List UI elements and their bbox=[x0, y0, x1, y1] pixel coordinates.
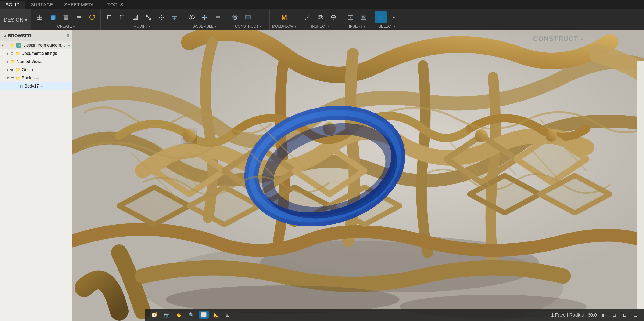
bodies-eye-icon: 👁 bbox=[10, 76, 14, 80]
inspect-measure-btn[interactable] bbox=[301, 11, 313, 23]
origin-folder-icon: 📁 bbox=[16, 67, 20, 72]
browser-collapse-btn[interactable]: ◂ bbox=[3, 33, 6, 39]
construct-axis-btn[interactable] bbox=[255, 11, 267, 23]
browser-title: BROWSER bbox=[8, 33, 31, 38]
insert-svg-btn[interactable] bbox=[344, 11, 356, 23]
construct-offset-plane-btn[interactable] bbox=[229, 11, 241, 23]
statusbar-display-mode-btn[interactable]: ⬜ bbox=[199, 311, 209, 319]
right-ruler bbox=[637, 61, 644, 309]
tab-solid[interactable]: SOLID bbox=[0, 1, 25, 9]
assemble-label: ASSEMBLE bbox=[194, 24, 214, 29]
root-folder-icon: 📁 bbox=[10, 43, 15, 48]
construct-label: CONSTRUCT bbox=[235, 24, 258, 29]
insert-label: INSERT bbox=[349, 24, 362, 29]
moldflow-label: MOLDFLOW bbox=[272, 24, 294, 29]
svg-rect-23 bbox=[216, 16, 218, 19]
statusbar-grid-btn[interactable]: 📐 bbox=[212, 311, 221, 319]
create-box-btn[interactable] bbox=[47, 11, 59, 23]
named-views-expand-icon bbox=[7, 59, 9, 64]
assemble-arrow: ▾ bbox=[214, 25, 216, 28]
statusbar-render-btn[interactable]: ⊞ bbox=[621, 311, 629, 319]
svg-point-22 bbox=[204, 16, 206, 18]
svg-point-13 bbox=[161, 17, 162, 18]
assemble-origin-btn[interactable] bbox=[198, 11, 211, 23]
doc-settings-expand-icon bbox=[7, 51, 9, 56]
statusbar-settings-btn[interactable]: ⊡ bbox=[632, 311, 639, 319]
statusbar-visual-style-btn[interactable]: ⊞ bbox=[224, 311, 232, 319]
modify-move-btn[interactable] bbox=[156, 11, 168, 23]
tab-sheet-metal[interactable]: SHEET METAL bbox=[59, 1, 102, 9]
tree-item-named-views[interactable]: 📁 Named Views bbox=[0, 58, 72, 66]
create-extrude-btn[interactable] bbox=[73, 11, 85, 23]
svg-line-12 bbox=[146, 15, 151, 20]
tree-item-root[interactable]: 👁 📁 D Design from outcome with th... ● bbox=[0, 41, 72, 49]
statusbar-left: 🧭 📷 🖐 🔍 ⬜ 📐 ⊞ bbox=[150, 311, 232, 319]
construct-midplane-btn[interactable] bbox=[242, 11, 254, 23]
viewport[interactable]: CONSTRUCT - 🧭 📷 🖐 🔍 ⬜ 📐 ⊞ 1 Face | Radiu… bbox=[72, 30, 644, 321]
insert-canvas-btn[interactable] bbox=[358, 11, 370, 23]
toolbar-group-insert: INSERT ▾ bbox=[342, 9, 372, 30]
select-window-btn[interactable] bbox=[374, 11, 387, 23]
tab-surface[interactable]: SURFACE bbox=[25, 1, 58, 9]
create-cylinder-btn[interactable] bbox=[60, 11, 72, 23]
svg-rect-11 bbox=[134, 16, 137, 19]
root-type-icon: D bbox=[16, 43, 21, 48]
named-views-folder-icon: 📁 bbox=[10, 59, 15, 64]
create-new-component-btn[interactable] bbox=[34, 11, 46, 23]
design-button[interactable]: DESIGN ▾ bbox=[0, 9, 31, 30]
root-active-indicator: ● bbox=[68, 43, 70, 48]
statusbar-pan-btn[interactable]: 🖐 bbox=[174, 311, 184, 319]
tab-tools[interactable]: TOOLS bbox=[102, 1, 129, 9]
svg-rect-24 bbox=[218, 16, 220, 19]
design-arrow: ▾ bbox=[25, 17, 27, 23]
statusbar-camera-btn[interactable]: 📷 bbox=[162, 311, 172, 319]
toolbar-group-create: CREATE ▾ bbox=[31, 9, 101, 30]
select-label: SELECT bbox=[378, 24, 393, 29]
modify-fillet-btn[interactable] bbox=[116, 11, 128, 23]
inspect-interference-btn[interactable] bbox=[314, 11, 326, 23]
moldflow-btn[interactable]: M bbox=[277, 11, 291, 23]
bodies-ellipsis: ··· bbox=[36, 76, 39, 80]
origin-expand-icon bbox=[7, 68, 9, 72]
main-toolbar: DESIGN ▾ bbox=[0, 9, 644, 30]
svg-rect-10 bbox=[133, 15, 138, 20]
tree-item-origin[interactable]: 👁 📁 Origin bbox=[0, 66, 72, 74]
svg-rect-0 bbox=[37, 15, 42, 20]
statusbar-zoom-btn[interactable]: 🔍 bbox=[187, 311, 196, 319]
inspect-display-btn[interactable] bbox=[327, 11, 340, 23]
modify-press-pull-btn[interactable] bbox=[103, 11, 115, 23]
assemble-rigid-btn[interactable] bbox=[212, 11, 224, 23]
svg-point-6 bbox=[64, 18, 68, 20]
create-label: CREATE bbox=[57, 24, 72, 29]
construct-viewport-label: CONSTRUCT - bbox=[533, 35, 583, 43]
doc-settings-folder-icon: 📁 bbox=[15, 51, 20, 56]
tree-item-document-settings[interactable]: ⚙ 📁 Document Settings bbox=[0, 49, 72, 58]
create-arrow: ▾ bbox=[73, 25, 75, 28]
modify-shell-btn[interactable] bbox=[129, 11, 141, 23]
named-views-label: Named Views bbox=[16, 59, 42, 64]
statusbar-navigate-btn[interactable]: 🧭 bbox=[150, 311, 159, 319]
create-revolve-btn[interactable] bbox=[86, 11, 98, 23]
select-dropdown-btn[interactable] bbox=[388, 11, 400, 23]
toolbar-group-inspect: INSPECT ▾ bbox=[299, 9, 342, 30]
construct-arrow: ▾ bbox=[260, 25, 261, 28]
statusbar-grid2-btn[interactable]: ⊟ bbox=[610, 311, 618, 319]
tree-item-bodies[interactable]: 👁 📁 Bodies ··· bbox=[0, 74, 72, 82]
tab-bar: SOLID SURFACE SHEET METAL TOOLS bbox=[0, 0, 644, 9]
doc-settings-gear-icon: ⚙ bbox=[10, 51, 14, 56]
browser-sidebar: ◂ BROWSER ⚙ 👁 📁 D Design from outcome wi… bbox=[0, 30, 72, 321]
root-eye-icon: 👁 bbox=[5, 43, 9, 48]
modify-align-btn[interactable] bbox=[168, 11, 181, 23]
toolbar-group-moldflow: M MOLDFLOW ▾ bbox=[270, 9, 299, 30]
body17-ellipsis: ··· bbox=[40, 84, 43, 88]
status-text: 1 Face | Radius : 60.0 bbox=[551, 312, 597, 318]
statusbar-view-cube-btn[interactable]: ◧ bbox=[600, 311, 608, 319]
body17-eye-icon: 👁 bbox=[14, 84, 18, 88]
browser-options[interactable]: ⚙ bbox=[66, 33, 70, 38]
browser-header: ◂ BROWSER ⚙ bbox=[0, 30, 72, 41]
assemble-joint-btn[interactable] bbox=[186, 11, 198, 23]
tree-item-body17[interactable]: 👁 ◧ Body17 ··· bbox=[0, 82, 72, 90]
design-label: DESIGN bbox=[4, 17, 23, 23]
modify-scale-btn[interactable] bbox=[142, 11, 154, 23]
bodies-label: Bodies bbox=[22, 76, 34, 80]
